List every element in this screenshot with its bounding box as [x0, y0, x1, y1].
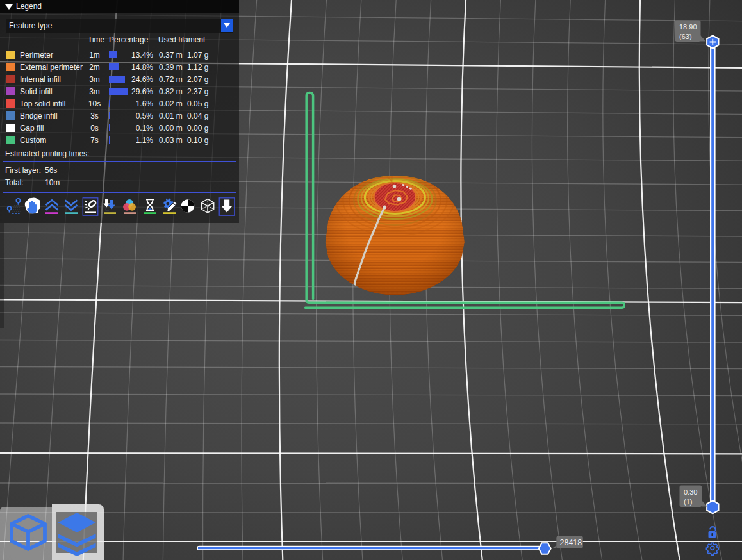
svg-text:28418: 28418 [560, 538, 582, 547]
svg-text:(63): (63) [679, 33, 692, 40]
svg-text:18.90: 18.90 [679, 23, 697, 31]
svg-text:0.30: 0.30 [684, 488, 697, 496]
svg-text:(1): (1) [684, 498, 692, 506]
